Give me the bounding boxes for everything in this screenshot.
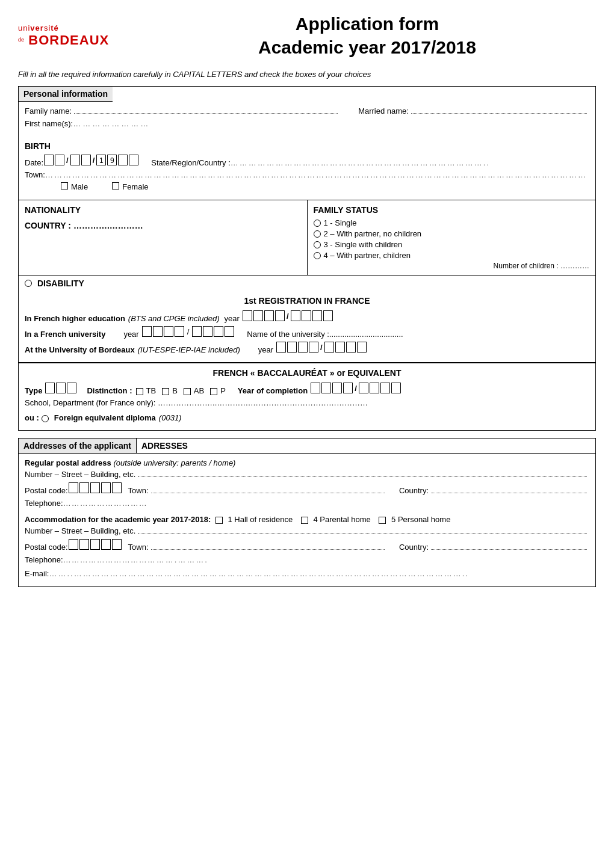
foreign-diploma-row: ou : Foreign equivalent diploma (0031): [25, 413, 589, 422]
distinction-label: Distinction :: [87, 386, 132, 395]
family-radio-3[interactable]: [314, 241, 321, 248]
postal-code-label: Postal code:: [25, 486, 68, 495]
bac-type-row: Type Distinction : TB B AB P Year of com…: [25, 383, 589, 395]
bordeaux-label: At the University of Bordeaux: [25, 345, 135, 354]
family-radio-1[interactable]: [314, 220, 321, 227]
postal-code-row-2: Postal code: Town: Country:: [25, 539, 589, 552]
number-children-label: Number of children : …………: [314, 262, 590, 270]
number-street-label: Number – Street – Building, etc.: [25, 470, 135, 479]
french-univ-row: In a French university year / Name of th…: [25, 326, 589, 339]
email-label: E-mail:: [25, 569, 49, 578]
school-row: School, Department (for France only): ………: [25, 398, 589, 407]
distinction-tb-checkbox[interactable]: [136, 388, 143, 395]
instructions-text: Fill in all the required information car…: [18, 70, 596, 79]
accommodation-option-3: 5 Personal home: [379, 515, 450, 524]
distinction-tb: TB: [136, 386, 157, 395]
address-header-row: Addresses of the applicant ADRESSES: [19, 439, 595, 454]
date-box-5: 1: [96, 155, 106, 165]
telephone-dots-1: …………………………: [63, 499, 147, 508]
town-label: Town:: [25, 170, 45, 179]
male-label: Male: [71, 182, 88, 191]
birth-title: BIRTH: [25, 141, 589, 151]
family-name-row: Family name: Married name:: [25, 106, 589, 115]
email-dots: ……..…………………………………………………………………………………………………: [49, 569, 468, 578]
family-status-3: 3 - Single with children: [314, 240, 590, 249]
accommodation-checkbox-2[interactable]: [301, 517, 308, 524]
disability-radio[interactable]: [25, 280, 32, 287]
date-box-1: [44, 155, 54, 165]
disability-row: DISABILITY: [19, 275, 595, 291]
postal-code-row: Postal code: Town: Country:: [25, 482, 589, 495]
french-higher-label: In French higher education: [25, 314, 125, 323]
bordeaux-year-label: year: [258, 345, 273, 354]
first-name-row: First name(s): ……………………: [25, 119, 589, 128]
foreign-radio: [42, 413, 52, 422]
postal-code-boxes: [68, 482, 122, 493]
distinction-ab-checkbox[interactable]: [184, 388, 191, 395]
foreign-diploma-radio[interactable]: [42, 415, 49, 422]
registration-title: 1st REGISTRATION IN FRANCE: [25, 296, 589, 306]
foreign-code: (0031): [159, 413, 182, 422]
family-option-1: 1 - Single: [324, 218, 357, 227]
town-label-2: Town:: [128, 543, 149, 552]
logo-de: de BORDEAUX: [18, 32, 138, 48]
bordeaux-italic: (IUT-ESPE-IEP-IAE included): [138, 345, 240, 354]
country-label-1: Country:: [399, 486, 429, 495]
family-option-4: 4 – With partner, children: [324, 251, 411, 260]
nationality-title: NATIONALITY: [25, 205, 301, 215]
page-title: Application form Academic year 2017/2018: [138, 12, 596, 59]
nationality-country: COUNTRY : ………….…………: [25, 221, 301, 230]
male-checkbox[interactable]: [61, 182, 68, 189]
birth-section: BIRTH Date: / / 1 9 State/Region/Country…: [19, 137, 595, 200]
email-row: E-mail: ……..……………………………………………………………………………: [25, 569, 589, 578]
date-boxes: / / 1 9: [43, 155, 139, 165]
family-radio-4[interactable]: [314, 252, 321, 259]
bac-section: FRENCH « BACCALAURÉAT » or EQUIVALENT Ty…: [19, 363, 595, 430]
accommodation-option-2: 4 Parental home: [301, 515, 373, 524]
university-logo: université de BORDEAUX: [18, 23, 138, 48]
addresses-section: Addresses of the applicant ADRESSES Regu…: [18, 438, 596, 587]
country-dots-1: [431, 493, 587, 493]
town-label-1: Town:: [128, 486, 149, 495]
accommodation-checkbox-1[interactable]: [216, 517, 223, 524]
distinction-p: P: [210, 386, 226, 395]
number-street-row-2: Number – Street – Building, etc.: [25, 526, 589, 535]
nationality-col: NATIONALITY COUNTRY : ………….…………: [19, 200, 308, 275]
family-option-2: 2 – With partner, no children: [324, 229, 422, 238]
postal-code-boxes-2: [68, 539, 122, 550]
family-name-label: Family name:: [25, 106, 72, 115]
birth-town-row: Town: ……………………………………………………………………………………………: [25, 170, 589, 179]
regular-address-title: Regular postal address (outside universi…: [25, 458, 589, 467]
distinction-b-checkbox[interactable]: [162, 388, 169, 395]
married-name-label: Married name:: [358, 106, 409, 115]
family-status-4: 4 – With partner, children: [314, 251, 590, 260]
date-box-8: [129, 155, 138, 165]
bac-type-boxes: [45, 383, 77, 393]
country-label-2: Country:: [399, 543, 429, 552]
accommodation-option-1: 1 Hall of residence: [216, 515, 295, 524]
number-street-dots-2: [138, 533, 587, 534]
country-dots-2: [431, 549, 587, 550]
french-higher-year: year: [225, 314, 240, 323]
distinction-p-checkbox[interactable]: [210, 388, 217, 395]
date-box-6: 9: [107, 155, 117, 165]
date-box-7: [118, 155, 128, 165]
family-status-1: 1 - Single: [314, 218, 590, 227]
french-univ-name-label: Name of the university :................…: [247, 330, 403, 339]
personal-information-content: Family name: Married name: First name(s)…: [19, 102, 595, 137]
personal-information-section: Personal information Family name: Marrie…: [18, 86, 596, 431]
accommodation-row: Accommodation for the academic year 2017…: [25, 515, 589, 524]
family-radio-2[interactable]: [314, 230, 321, 238]
accommodation-checkbox-3[interactable]: [379, 517, 386, 524]
female-checkbox[interactable]: [112, 182, 119, 189]
birth-date-row: Date: / / 1 9 State/Region/Country : …………: [25, 155, 589, 167]
distinction-b: B: [162, 386, 178, 395]
gender-row: Male Female: [25, 182, 589, 191]
foreign-label: Foreign equivalent diploma: [54, 413, 156, 422]
registration-section: 1st REGISTRATION IN FRANCE In French hig…: [19, 291, 595, 363]
french-univ-year-label: year: [123, 330, 138, 339]
telephone-label-2: Telephone:: [25, 555, 63, 564]
personal-information-header: Personal information: [19, 87, 113, 102]
distinction-ab: AB: [184, 386, 204, 395]
bordeaux-row: At the University of Bordeaux (IUT-ESPE-…: [25, 342, 589, 354]
